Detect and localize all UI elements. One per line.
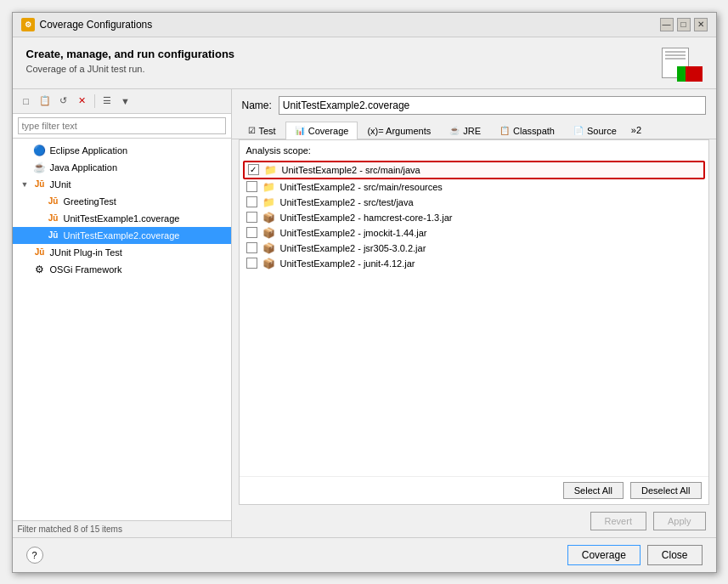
- source-tab-icon: 📄: [573, 126, 584, 135]
- toggle-icon: ▼: [21, 180, 30, 189]
- scope-item-label: UnitTestExample2 - junit-4.12.jar: [280, 258, 415, 269]
- apply-button[interactable]: Apply: [653, 512, 706, 530]
- header-icon: [662, 48, 703, 82]
- analysis-scope-label: Analysis scope:: [240, 140, 708, 157]
- folder-icon: 📁: [262, 196, 275, 208]
- tree-item-junit[interactable]: ▼ Jū JUnit: [13, 176, 231, 193]
- tab-source-label: Source: [587, 126, 617, 136]
- tree-item-label: GreetingTest: [64, 196, 116, 207]
- tree-item-label: Eclipse Application: [50, 145, 128, 156]
- tab-classpath[interactable]: 📋 Classpath: [490, 122, 564, 139]
- left-status: Filter matched 8 of 15 items: [13, 520, 231, 537]
- tree-item-java-app[interactable]: ☕ Java Application: [13, 159, 231, 176]
- scope-item-label: UnitTestExample2 - jsr305-3.0.2.jar: [280, 243, 426, 253]
- tree-item-label: UnitTestExample2.coverage: [64, 230, 180, 241]
- red-square: [686, 66, 703, 82]
- coverage-tab-icon: 📊: [295, 126, 305, 135]
- tab-arguments-label: (x)= Arguments: [367, 126, 431, 136]
- classpath-tab-icon: 📋: [499, 126, 510, 135]
- tree-item-unit1[interactable]: Jū UnitTestExample1.coverage: [13, 210, 231, 227]
- junit-child-icon: Jū: [47, 212, 60, 225]
- scope-checkbox-src-main-java[interactable]: [248, 164, 259, 175]
- scope-list: 📁 UnitTestExample2 - src/main/java 📁 Uni…: [240, 157, 708, 476]
- jar-icon: 📦: [262, 258, 275, 269]
- minimize-button[interactable]: —: [660, 18, 674, 31]
- name-row: Name:: [232, 89, 716, 122]
- select-all-button[interactable]: Select All: [563, 482, 624, 499]
- tree-item-greeting[interactable]: Jū GreetingTest: [13, 193, 231, 210]
- footer-actions: Coverage Close: [567, 545, 703, 565]
- scope-item-label: UnitTestExample2 - src/main/resources: [280, 182, 443, 192]
- copy-button[interactable]: 📋: [37, 93, 54, 110]
- tab-coverage[interactable]: 📊 Coverage: [285, 122, 358, 139]
- close-button[interactable]: ✕: [694, 18, 708, 31]
- scope-checkbox-jmockit[interactable]: [246, 227, 257, 238]
- tree-item-label: JUnit: [50, 179, 71, 190]
- tabs-bar: ☑ Test 📊 Coverage (x)= Arguments ☕ JRE 📋…: [232, 122, 716, 139]
- folder-icon: 📁: [262, 181, 275, 193]
- deselect-all-button[interactable]: Deselect All: [630, 482, 701, 499]
- scope-buttons: Select All Deselect All: [240, 476, 708, 504]
- title-bar: ⚙ Coverage Configurations — □ ✕: [13, 13, 716, 37]
- tab-more[interactable]: »2: [626, 122, 646, 139]
- more-button[interactable]: ▼: [117, 93, 134, 110]
- coverage-footer-button[interactable]: Coverage: [567, 545, 641, 565]
- scope-checkbox-src-test-java[interactable]: [246, 196, 257, 207]
- scope-item-src-main-java[interactable]: 📁 UnitTestExample2 - src/main/java: [243, 161, 705, 179]
- help-button[interactable]: ?: [26, 547, 43, 564]
- revert-button[interactable]: Revert: [590, 512, 646, 530]
- new-button[interactable]: □: [18, 93, 35, 110]
- scope-item-label: UnitTestExample2 - src/main/java: [282, 165, 420, 175]
- tab-arguments[interactable]: (x)= Arguments: [358, 122, 440, 139]
- tree-item-osgi[interactable]: ⚙ OSGi Framework: [13, 261, 231, 278]
- header-title: Create, manage, and run configurations: [26, 48, 235, 60]
- dialog-footer: ? Coverage Close: [13, 537, 716, 572]
- delete-button[interactable]: ✕: [74, 93, 91, 110]
- bottom-buttons: Revert Apply: [232, 505, 716, 537]
- header-text: Create, manage, and run configurations C…: [26, 48, 235, 74]
- dialog-icon: ⚙: [21, 18, 35, 31]
- jar-icon: 📦: [262, 227, 275, 239]
- name-label: Name:: [242, 99, 272, 111]
- filter-input[interactable]: [18, 117, 226, 134]
- scope-item-src-test-java[interactable]: 📁 UnitTestExample2 - src/test/java: [243, 195, 705, 210]
- scope-checkbox-hamcrest[interactable]: [246, 212, 257, 223]
- filter-button[interactable]: ☰: [99, 93, 116, 110]
- scope-item-src-main-resources[interactable]: 📁 UnitTestExample2 - src/main/resources: [243, 179, 705, 195]
- green-rect: [677, 66, 686, 82]
- osgi-icon: ⚙: [33, 263, 47, 276]
- right-panel: Name: ☑ Test 📊 Coverage (x)= Arguments ☕: [232, 89, 716, 537]
- scope-checkbox-src-main-resources[interactable]: [246, 181, 257, 192]
- junit-plugin-icon: Jū: [33, 246, 47, 259]
- jar-icon: 📦: [262, 242, 275, 254]
- title-controls: — □ ✕: [660, 18, 708, 31]
- filter-box: [13, 114, 231, 139]
- scope-item-junit-jar[interactable]: 📦 UnitTestExample2 - junit-4.12.jar: [243, 256, 705, 271]
- tab-test-label: Test: [259, 126, 276, 136]
- scope-item-hamcrest[interactable]: 📦 UnitTestExample2 - hamcrest-core-1.3.j…: [243, 210, 705, 225]
- jre-tab-icon: ☕: [449, 126, 460, 135]
- name-input[interactable]: [279, 96, 706, 115]
- scope-item-jsr305[interactable]: 📦 UnitTestExample2 - jsr305-3.0.2.jar: [243, 241, 705, 256]
- scope-item-jmockit[interactable]: 📦 UnitTestExample2 - jmockit-1.44.jar: [243, 225, 705, 241]
- scope-checkbox-jsr305[interactable]: [246, 242, 257, 253]
- tree-item-unit2[interactable]: Jū UnitTestExample2.coverage: [13, 227, 231, 244]
- close-footer-button[interactable]: Close: [647, 545, 703, 565]
- tab-content-coverage: Analysis scope: 📁 UnitTestExample2 - src…: [239, 139, 709, 505]
- refresh-button[interactable]: ↺: [55, 93, 72, 110]
- tree-item-junit-plugin[interactable]: Jū JUnit Plug-in Test: [13, 244, 231, 261]
- scope-checkbox-junit-jar[interactable]: [246, 258, 257, 269]
- tab-source[interactable]: 📄 Source: [564, 122, 626, 139]
- junit-icon: Jū: [33, 178, 47, 191]
- tab-jre-label: JRE: [463, 126, 481, 136]
- tab-test[interactable]: ☑ Test: [239, 122, 285, 139]
- tree-item-label: Java Application: [50, 162, 118, 173]
- scope-item-label: UnitTestExample2 - src/test/java: [280, 197, 414, 207]
- tab-jre[interactable]: ☕ JRE: [440, 122, 490, 139]
- tree-item-eclipse-app[interactable]: 🔵 Eclipse Application: [13, 142, 231, 159]
- separator: [94, 94, 95, 108]
- scope-item-label: UnitTestExample2 - hamcrest-core-1.3.jar: [280, 213, 453, 223]
- tab-coverage-label: Coverage: [308, 126, 349, 136]
- junit-child-icon: Jū: [47, 195, 60, 208]
- maximize-button[interactable]: □: [677, 18, 691, 31]
